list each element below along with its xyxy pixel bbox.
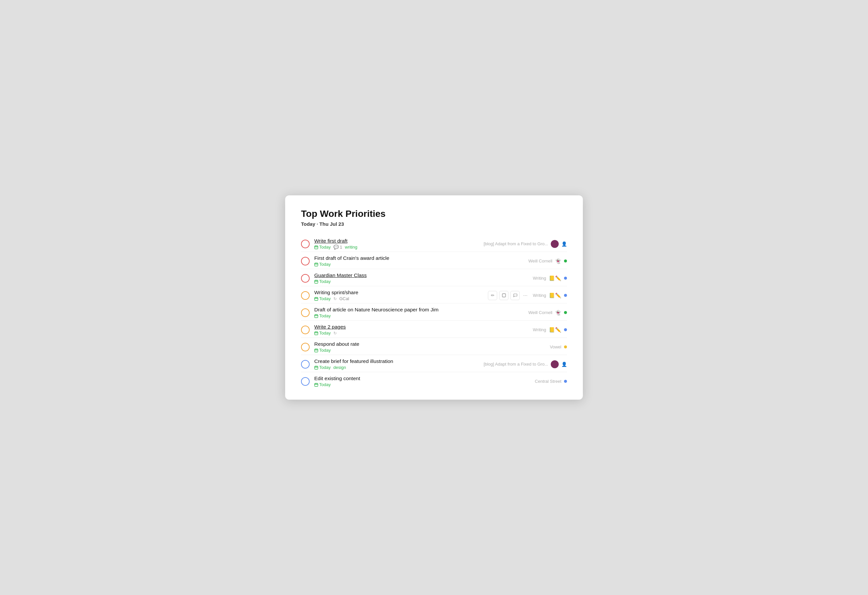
task-item: Edit existing content TodayCentral Stree… <box>301 372 567 389</box>
task-checkbox[interactable] <box>301 274 310 283</box>
task-meta: Today <box>314 382 530 387</box>
task-item: Respond about rate TodayVowel <box>301 338 567 355</box>
meta-today[interactable]: Today <box>314 331 331 336</box>
person-icon: 👤 <box>561 241 567 247</box>
project-label: [blog] Adapt from a Fixed to Gro... <box>484 241 548 246</box>
meta-today[interactable]: Today <box>314 314 331 318</box>
svg-rect-5 <box>314 315 318 318</box>
task-item: Draft of article on Nature Neuroscience … <box>301 303 567 321</box>
task-right: Weill Cornell👻 <box>528 310 567 316</box>
date-line: Today · Thu Jul 23 <box>301 221 567 227</box>
sync-icon: ↻ <box>334 331 337 336</box>
svg-rect-9 <box>314 383 318 386</box>
task-title: Draft of article on Nature Neuroscience … <box>314 307 523 313</box>
task-main: Write first draft Today💬 1writing <box>314 238 478 250</box>
task-right: [blog] Adapt from a Fixed to Gro...👤 <box>484 360 567 368</box>
svg-rect-0 <box>314 246 318 249</box>
task-item: Writing sprint/share Today↻GCal✏···Writi… <box>301 286 567 303</box>
task-main: Write 2 pages Today↻ <box>314 324 528 336</box>
task-right: Writing📒✏️ <box>533 275 567 281</box>
project-label: Writing <box>533 276 546 281</box>
task-right: Central Street <box>535 379 567 384</box>
task-title: Create brief for featured illustration <box>314 358 478 364</box>
task-title: First draft of Crain's award article <box>314 255 523 261</box>
task-meta: Today <box>314 262 523 267</box>
svg-rect-6 <box>314 332 318 335</box>
status-dot <box>564 328 567 331</box>
task-meta: Today↻ <box>314 331 528 336</box>
avatar <box>551 240 559 248</box>
meta-tag[interactable]: design <box>334 365 346 370</box>
status-dot <box>564 311 567 314</box>
status-dot <box>564 259 567 262</box>
task-list: Write first draft Today💬 1writing[blog] … <box>301 235 567 389</box>
page-title: Top Work Priorities <box>301 209 567 219</box>
status-dot <box>564 345 567 348</box>
status-dot <box>564 380 567 383</box>
meta-today[interactable]: Today <box>314 348 331 353</box>
meta-tag[interactable]: writing <box>345 244 357 250</box>
task-title[interactable]: Write first draft <box>314 238 478 244</box>
task-checkbox[interactable] <box>301 308 310 317</box>
sync-icon: ↻ <box>334 296 337 301</box>
task-checkbox[interactable] <box>301 240 310 248</box>
task-checkbox[interactable] <box>301 325 310 334</box>
svg-rect-7 <box>314 349 318 352</box>
task-right: Vowel <box>550 345 567 349</box>
task-title: Edit existing content <box>314 376 530 381</box>
svg-rect-3 <box>314 298 318 300</box>
svg-rect-4 <box>502 294 505 297</box>
svg-rect-8 <box>314 366 318 369</box>
svg-rect-2 <box>314 280 318 283</box>
meta-today[interactable]: Today <box>314 244 331 250</box>
task-meta: Today↻GCal <box>314 296 483 301</box>
task-main: Draft of article on Nature Neuroscience … <box>314 307 523 318</box>
meta-today[interactable]: Today <box>314 296 331 301</box>
meta-today[interactable]: Today <box>314 382 331 387</box>
meta-today[interactable]: Today <box>314 262 331 267</box>
status-dot <box>564 294 567 297</box>
writing-icons: 📒✏️ <box>549 275 561 281</box>
task-title: Writing sprint/share <box>314 290 483 296</box>
task-item: Write first draft Today💬 1writing[blog] … <box>301 235 567 252</box>
task-checkbox[interactable] <box>301 377 310 386</box>
task-right: Writing📒✏️ <box>533 327 567 333</box>
writing-icons: 📒✏️ <box>549 327 561 333</box>
task-main: Guardian Master Class Today <box>314 272 528 284</box>
project-label: Weill Cornell <box>528 259 552 264</box>
ghost-icon: 👻 <box>555 258 561 264</box>
task-checkbox[interactable] <box>301 257 310 265</box>
edit-button[interactable]: ✏ <box>488 291 497 300</box>
comment-button[interactable] <box>511 291 520 300</box>
task-meta: Today <box>314 279 528 284</box>
task-meta: Today <box>314 314 523 318</box>
meta-comment: 💬 1 <box>334 244 342 250</box>
ghost-icon: 👻 <box>555 310 561 316</box>
writing-icons: 📒✏️ <box>549 293 561 299</box>
project-label: Vowel <box>550 345 561 349</box>
meta-today[interactable]: Today <box>314 365 331 370</box>
task-right: Weill Cornell👻 <box>528 258 567 264</box>
task-title[interactable]: Write 2 pages <box>314 324 528 330</box>
task-main: First draft of Crain's award article Tod… <box>314 255 523 267</box>
task-meta: Today💬 1writing <box>314 244 478 250</box>
task-checkbox[interactable] <box>301 291 310 300</box>
svg-rect-1 <box>314 263 318 266</box>
avatar <box>551 360 559 368</box>
task-item: First draft of Crain's award article Tod… <box>301 252 567 269</box>
task-main: Respond about rate Today <box>314 341 545 353</box>
task-item: Create brief for featured illustration T… <box>301 355 567 372</box>
task-meta: Todaydesign <box>314 365 478 370</box>
person-icon: 👤 <box>561 362 567 367</box>
task-checkbox[interactable] <box>301 343 310 351</box>
task-meta: Today <box>314 348 545 353</box>
task-checkbox[interactable] <box>301 360 310 368</box>
task-main: Edit existing content Today <box>314 376 530 387</box>
meta-today[interactable]: Today <box>314 279 331 284</box>
box-button[interactable] <box>499 291 508 300</box>
more-button[interactable]: ··· <box>522 292 528 299</box>
project-label: Writing <box>533 293 546 298</box>
task-title[interactable]: Guardian Master Class <box>314 272 528 278</box>
status-dot <box>564 277 567 280</box>
task-item: Guardian Master Class TodayWriting📒✏️ <box>301 269 567 286</box>
